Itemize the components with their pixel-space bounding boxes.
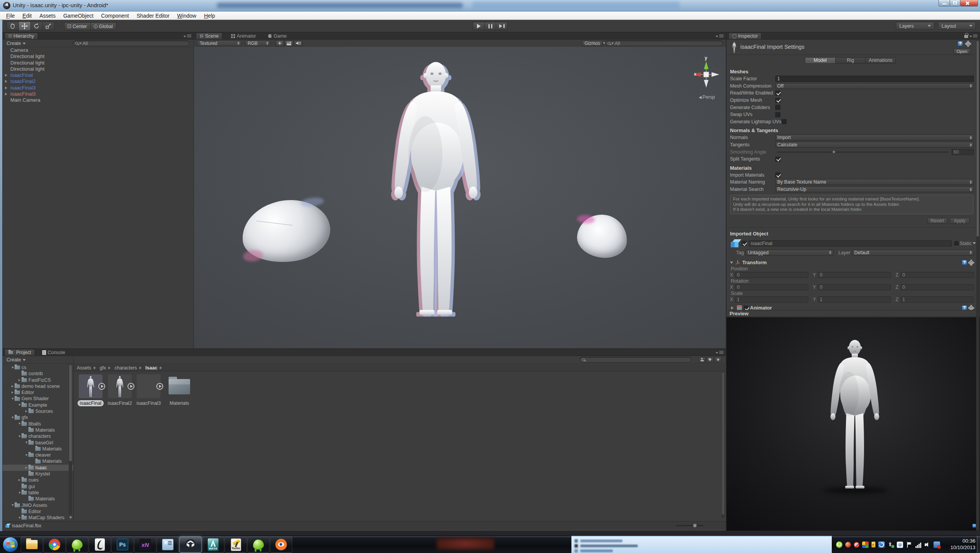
fold-arrow-icon[interactable] — [11, 416, 15, 420]
revert-button[interactable]: Revert — [927, 218, 947, 224]
taskbar-display-settings-icon[interactable] — [157, 536, 179, 553]
optimize-mesh-checkbox[interactable] — [775, 98, 780, 103]
preview-header[interactable]: Preview — [727, 310, 980, 317]
preview-area[interactable] — [727, 317, 980, 531]
tree-item-jmo-assets[interactable]: JMO Assets — [3, 502, 73, 508]
show-desktop-button[interactable] — [977, 536, 980, 553]
lock-icon[interactable] — [964, 35, 968, 38]
fold-arrow-icon[interactable] — [18, 434, 22, 439]
audio-toggle[interactable] — [294, 40, 303, 46]
animator-enabled-checkbox[interactable] — [744, 306, 748, 310]
minimize-button[interactable] — [939, 0, 950, 7]
hand-tool-button[interactable] — [7, 22, 19, 31]
position-y-field[interactable]: 0 — [818, 272, 891, 278]
menu-gameobject[interactable]: GameObject — [60, 12, 98, 20]
tray-syncerror-icon[interactable] — [934, 541, 940, 548]
expand-play-badge[interactable] — [98, 383, 105, 390]
hierarchy-create-button[interactable]: Create — [5, 40, 27, 46]
tree-item-gfx[interactable]: gfx — [3, 414, 73, 421]
tree-item-gem-shader[interactable]: Gem Shader — [3, 396, 73, 402]
slider-handle[interactable] — [832, 150, 836, 154]
rotation-z-field[interactable]: 0 — [901, 284, 974, 290]
tray-blocked-icon[interactable] — [854, 542, 859, 548]
hierarchy-item-directional-light[interactable]: Directional light — [3, 60, 194, 66]
fold-arrow-icon[interactable] — [25, 410, 28, 412]
position-z-field[interactable]: 0 — [901, 272, 974, 278]
normals-dropdown[interactable]: Import — [775, 134, 974, 141]
tab-game[interactable]: Game — [265, 33, 290, 39]
swap-uvs-checkbox[interactable] — [775, 112, 780, 117]
tree-item-example[interactable]: Example — [3, 402, 73, 408]
breadcrumb-gfx[interactable]: gfx — [100, 365, 106, 371]
taskbar-xnormal-icon[interactable]: xN — [134, 536, 156, 553]
asset-tile-materials[interactable] — [167, 374, 191, 398]
object-name-field[interactable]: isaacFinal — [749, 240, 952, 247]
expand-arrow-icon[interactable] — [5, 80, 9, 83]
fold-arrow-icon[interactable] — [18, 516, 22, 520]
smoothing-angle-value[interactable]: 60 — [952, 149, 974, 155]
expand-play-badge[interactable] — [156, 383, 163, 390]
scale-z-field[interactable]: 1 — [901, 296, 974, 303]
tray-flag-icon[interactable] — [906, 541, 912, 548]
expand-play-badge[interactable] — [127, 383, 134, 390]
move-tool-button[interactable] — [18, 22, 31, 31]
taskbar-clock[interactable]: 00:36 10/10/2013 — [942, 538, 975, 551]
menu-help[interactable]: Help — [200, 12, 219, 20]
mode-tab-rig[interactable]: Rig — [835, 57, 866, 64]
tree-item-materials[interactable]: Materials — [3, 446, 73, 452]
tree-item-cs[interactable]: cs — [3, 364, 73, 371]
tree-item-materials[interactable]: Materials — [3, 458, 73, 464]
taskbar-sculptris-icon[interactable] — [66, 536, 88, 553]
menu-window[interactable]: Window — [173, 12, 200, 20]
mode-tab-model[interactable]: Model — [805, 57, 836, 64]
tangents-dropdown[interactable]: Calculate — [775, 142, 974, 148]
tree-item-krystel[interactable]: Krystel — [3, 471, 73, 477]
asset-tile-isaacfinal2[interactable] — [108, 374, 132, 398]
open-button[interactable]: Open — [954, 48, 970, 54]
shading-mode-dropdown[interactable]: Textured — [197, 40, 242, 46]
expand-arrow-icon[interactable] — [5, 74, 9, 77]
scale-factor-field[interactable]: 1 — [775, 76, 974, 82]
tree-item-materials[interactable]: Materials — [3, 427, 73, 433]
taskbar-unity-icon[interactable] — [179, 536, 202, 553]
hierarchy-item-isaacfinal[interactable]: isaacFinal — [3, 72, 194, 78]
scale-x-field[interactable]: 1 — [735, 296, 808, 303]
scene-search-input[interactable]: All — [605, 40, 723, 46]
breadcrumb-assets[interactable]: Assets — [77, 365, 91, 371]
tree-item-basegirl[interactable]: baseGirl — [3, 440, 73, 446]
object-active-checkbox[interactable] — [742, 241, 747, 246]
step-button[interactable] — [496, 22, 508, 30]
fold-arrow-icon[interactable] — [25, 440, 28, 445]
gizmos-dropdown[interactable]: Gizmos — [582, 40, 603, 46]
rotate-tool-button[interactable] — [30, 22, 43, 31]
tree-item-contrib[interactable]: contrib — [3, 371, 73, 377]
hierarchy-item-isaacfinal2[interactable]: isaacFinal2 — [3, 78, 194, 84]
scale-tool-button[interactable] — [42, 22, 55, 31]
tree-item-editor[interactable]: Editor — [3, 389, 73, 396]
tree-item-characters[interactable]: characters — [3, 433, 73, 439]
tray-phone-icon[interactable] — [871, 541, 876, 548]
transform-component-header[interactable]: Transform? — [730, 259, 976, 266]
scene-orientation-gizmo[interactable]: y x — [689, 57, 724, 94]
taskbar-photoshop-icon[interactable]: Ps — [111, 536, 134, 553]
rotation-x-field[interactable]: 0 — [735, 284, 808, 290]
tab-scene[interactable]: Scene — [196, 33, 222, 39]
fold-arrow-icon[interactable] — [11, 397, 15, 401]
hierarchy-search-input[interactable]: All — [73, 40, 190, 46]
position-x-field[interactable]: 0 — [735, 272, 808, 278]
generate-lightmap-uvs-checkbox[interactable] — [781, 119, 786, 124]
fold-closed-icon[interactable] — [731, 306, 735, 310]
hierarchy-item-isaacfinal3[interactable]: isaacFinal3 — [3, 85, 194, 91]
tree-item-table[interactable]: table — [3, 490, 73, 496]
menu-file[interactable]: File — [2, 12, 19, 20]
layer-dropdown[interactable]: Default — [852, 250, 974, 256]
fold-arrow-icon[interactable] — [18, 379, 22, 381]
tray-volume-icon[interactable] — [924, 541, 931, 548]
breadcrumb-isaac[interactable]: Isaac — [146, 365, 157, 371]
fold-arrow-icon[interactable] — [18, 403, 22, 407]
panel-menu-icon[interactable] — [970, 34, 978, 38]
rotation-y-field[interactable]: 0 — [818, 284, 891, 290]
expand-arrow-icon[interactable] — [5, 93, 9, 96]
fold-arrow-icon[interactable] — [11, 385, 15, 387]
tab-project[interactable]: Project — [5, 349, 35, 356]
